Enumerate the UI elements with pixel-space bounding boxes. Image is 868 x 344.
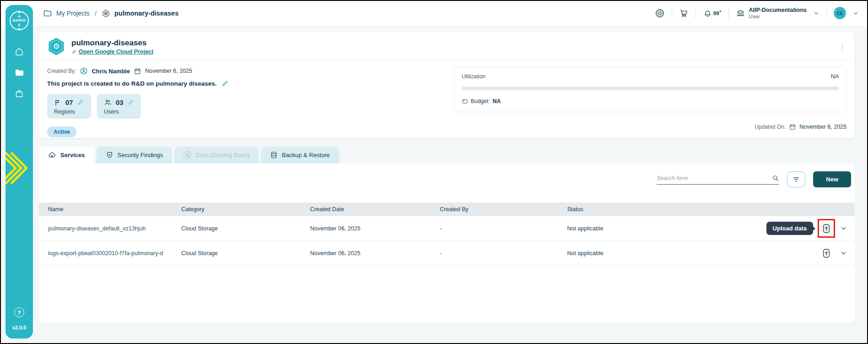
project-hexagon-icon: ⚙ <box>47 37 65 56</box>
notifications-bell[interactable]: 99+ <box>703 8 722 18</box>
topbar-actions: 99+ AIIP-Documentations User CE <box>655 7 859 20</box>
new-button[interactable]: New <box>813 171 851 187</box>
tab-label: Backup & Restore <box>282 152 330 158</box>
platform-wheel-icon[interactable] <box>655 8 665 18</box>
divider <box>695 8 696 18</box>
project-title-block: pulmonary-diseases Open Google Cloud Pro… <box>71 38 153 55</box>
utilization-label: Utilization <box>462 73 485 80</box>
project-description: This project is created to do R&D on pul… <box>47 80 217 87</box>
utilization-section: Utilization NA Budget: NA Updated On: No <box>454 67 846 137</box>
help-icon[interactable]: ? <box>14 307 24 317</box>
filter-button[interactable] <box>787 171 805 187</box>
users-stat-card: 03 Users <box>97 94 141 119</box>
table-row: logs-export-pbeat03002010-f7fa-pulmonary… <box>39 241 855 266</box>
utilization-card: Utilization NA Budget: NA <box>454 67 846 112</box>
link-icon <box>71 49 77 55</box>
services-table: Name Category Created Date Created By St… <box>39 202 855 266</box>
tab-label: Cost (Coming Soon) <box>195 152 249 158</box>
calendar-icon <box>789 123 796 131</box>
sidebar-item-home[interactable] <box>14 47 24 57</box>
regions-count: 07 <box>65 98 73 106</box>
calendar-icon <box>134 67 141 75</box>
notification-count: 99+ <box>713 9 722 16</box>
app-root: { "brand": { "logo_text": "BAYER", "vers… <box>0 0 868 344</box>
user-menu[interactable]: CE <box>834 7 859 19</box>
table-header-row: Name Category Created Date Created By St… <box>39 202 855 216</box>
users-label: Users <box>104 109 134 115</box>
edit-regions-pencil-icon[interactable] <box>77 99 83 105</box>
sidebar-item-marketplace[interactable] <box>14 88 24 98</box>
org-role: User <box>749 14 807 20</box>
tab-label: Services <box>60 152 85 158</box>
created-by-label: Created By: <box>47 68 76 74</box>
person-icon <box>80 67 88 75</box>
updated-on-label: Updated On: <box>755 124 786 130</box>
chevron-down-icon <box>813 10 819 16</box>
project-meta: Created By: Chris Namble November 6, 202… <box>47 67 454 137</box>
service-created-date: November 06, 2025 <box>307 216 436 241</box>
dollar-icon: $ <box>183 151 191 159</box>
sidebar-item-projects[interactable] <box>14 67 25 78</box>
search-icon <box>772 175 779 182</box>
service-name: pulmonary-diseases_default_vz13hjuh <box>39 216 178 241</box>
bayer-logo-horizontal-text: BAYER <box>11 18 28 22</box>
project-hexagon-icon <box>102 9 110 18</box>
column-created-date: Created Date <box>307 202 436 216</box>
bayer-logo: BAYER BAYER <box>10 11 29 30</box>
kebab-menu-icon[interactable]: ⋮ <box>838 43 846 51</box>
folder-icon <box>43 9 52 18</box>
service-category: Cloud Storage <box>178 241 307 266</box>
regions-label: Regions <box>54 109 84 115</box>
topbar: My Projects / pulmonary-diseases 99+ <box>1 1 867 26</box>
expand-row-chevron-icon[interactable] <box>840 224 847 232</box>
chevron-down-icon <box>852 10 859 16</box>
tab-security-findings[interactable]: Security Findings <box>97 147 173 164</box>
users-icon <box>104 98 112 106</box>
avatar: CE <box>834 7 846 19</box>
upload-data-button[interactable] <box>820 221 833 235</box>
organization-building-icon <box>736 8 745 18</box>
regions-stat-card: 07 Regions <box>47 94 91 119</box>
wallet-icon <box>462 98 468 104</box>
tab-services[interactable]: Services <box>39 147 94 164</box>
service-status: Not applicable <box>563 216 725 241</box>
edit-users-pencil-icon[interactable] <box>128 99 134 105</box>
org-name: AIIP-Documentations <box>749 7 807 14</box>
breadcrumb-separator: / <box>95 10 97 17</box>
service-created-date: November 06, 2025 <box>307 241 436 266</box>
utilization-value: NA <box>831 73 839 80</box>
budget-label: Budget: <box>471 98 490 104</box>
created-date: November 6, 2025 <box>145 68 192 74</box>
service-category: Cloud Storage <box>178 216 307 241</box>
budget-value: NA <box>492 98 501 104</box>
red-highlight-box <box>818 219 835 238</box>
org-labels: AIIP-Documentations User <box>749 7 807 20</box>
upload-data-button[interactable] <box>820 246 833 260</box>
cart-icon[interactable] <box>679 8 689 18</box>
project-stats: 07 Regions 03 <box>47 94 436 119</box>
service-created-by: - <box>436 216 563 241</box>
divider <box>728 8 729 18</box>
org-switcher[interactable]: AIIP-Documentations User <box>736 7 819 20</box>
project-title: pulmonary-diseases <box>71 38 153 48</box>
breadcrumb-current: pulmonary-diseases <box>114 10 178 17</box>
tab-cost-coming-soon: $ Cost (Coming Soon) <box>174 147 259 164</box>
app-version: v2.0.0 <box>12 325 27 330</box>
search-input[interactable] <box>657 175 772 181</box>
tab-backup-restore[interactable]: Backup & Restore <box>261 147 339 164</box>
edit-description-pencil-icon[interactable] <box>221 80 228 87</box>
updated-on-date: November 6, 2025 <box>799 124 846 130</box>
column-category: Category <box>178 202 307 216</box>
expand-row-chevron-icon[interactable] <box>840 249 847 257</box>
divider <box>672 8 672 18</box>
divider <box>826 8 827 18</box>
open-gcp-link[interactable]: Open Google Cloud Project <box>79 49 153 55</box>
service-created-by: - <box>436 241 563 266</box>
column-name: Name <box>39 202 178 216</box>
bell-icon <box>703 8 712 18</box>
sidebar: BAYER BAYER ? v2.0.0 <box>5 5 33 339</box>
users-count: 03 <box>116 98 124 106</box>
utilization-progress-bar <box>462 87 839 90</box>
column-created-by: Created By <box>436 202 563 216</box>
breadcrumb-my-projects[interactable]: My Projects <box>56 10 90 17</box>
